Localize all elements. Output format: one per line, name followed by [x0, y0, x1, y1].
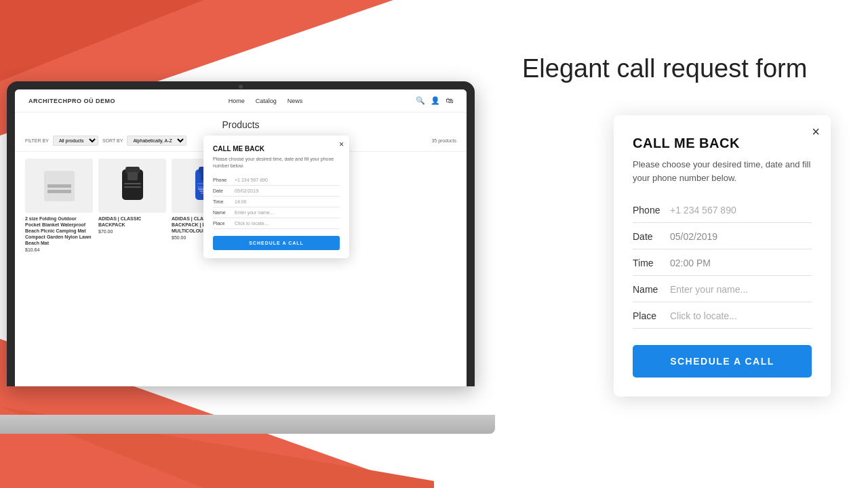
filter-select[interactable]: All products — [53, 136, 98, 146]
product-count: 35 products — [431, 138, 456, 143]
name-label: Name — [633, 284, 670, 295]
small-name-label: Name — [213, 210, 235, 215]
place-input[interactable] — [670, 310, 812, 321]
svg-rect-9 — [124, 183, 141, 184]
nav-home[interactable]: Home — [229, 98, 245, 104]
small-date-label: Date — [213, 188, 235, 193]
small-name-placeholder[interactable]: Enter your name... — [235, 210, 274, 215]
search-icon[interactable]: 🔍 — [416, 96, 425, 105]
laptop-camera — [239, 85, 243, 89]
filter-left: FILTER BY All products SORT BY Alphabeti… — [25, 136, 186, 146]
product-img-2 — [98, 159, 166, 213]
small-modal-close-button[interactable]: × — [339, 140, 344, 149]
filter-by-label: FILTER BY — [25, 138, 49, 143]
svg-rect-10 — [124, 186, 141, 188]
nav-catalog[interactable]: Catalog — [256, 98, 277, 104]
store-nav-icons: 🔍 👤 🛍 — [416, 96, 453, 105]
name-row: Name — [633, 277, 812, 302]
nav-news[interactable]: News — [288, 98, 303, 104]
small-modal-subtitle: Please choose your desired time, date an… — [213, 156, 340, 169]
time-label: Time — [633, 258, 670, 268]
time-input[interactable] — [670, 258, 812, 268]
store-logo: ARCHITECHPRO OÜ DEMO — [28, 98, 115, 104]
store-nav-links: Home Catalog News — [229, 98, 303, 104]
user-icon[interactable]: 👤 — [431, 96, 440, 105]
date-input[interactable] — [670, 231, 812, 242]
svg-marker-3 — [0, 0, 203, 81]
name-input[interactable] — [670, 284, 812, 295]
small-time-value[interactable]: 14:00 — [235, 199, 247, 204]
phone-row: Phone — [633, 198, 812, 223]
modal-title: CALL ME BACK — [633, 136, 812, 151]
small-schedule-call-button[interactable]: SCHEDULE A CALL — [213, 236, 340, 250]
product-card-2: ADIDAS | CLASSIC BACKPACK $70.00 — [98, 159, 166, 252]
product-img-1 — [25, 159, 93, 213]
small-date-row: Date 05/02/2019 — [213, 186, 340, 197]
time-row: Time — [633, 251, 812, 276]
place-row: Place — [633, 304, 812, 329]
date-label: Date — [633, 231, 670, 242]
schedule-call-button[interactable]: SCHEDULE A CALL — [633, 345, 812, 378]
small-place-placeholder[interactable]: Click to locate... — [235, 221, 268, 226]
small-place-label: Place — [213, 221, 235, 226]
small-date-value[interactable]: 05/02/2019 — [235, 188, 258, 193]
svg-rect-6 — [47, 190, 71, 193]
small-time-label: Time — [213, 199, 235, 204]
small-call-me-back-modal: × CALL ME BACK Please choose your desire… — [203, 136, 349, 258]
small-modal-title: CALL ME BACK — [213, 145, 340, 152]
date-row: Date — [633, 224, 812, 249]
product-name-1: 2 size Folding Outdoor Pocket Blanket Wa… — [25, 216, 93, 246]
sort-by-label: SORT BY — [102, 138, 123, 143]
page-title: Elegant call request form — [522, 54, 848, 83]
product-name-2: ADIDAS | CLASSIC BACKPACK — [98, 216, 166, 228]
small-name-row: Name Enter your name... — [213, 207, 340, 218]
small-phone-value[interactable]: +1 234 567 890 — [235, 178, 268, 182]
product-price-1: $10.64 — [25, 247, 93, 252]
product-price-2: $70.00 — [98, 229, 166, 234]
small-phone-label: Phone — [213, 178, 235, 182]
small-place-row: Place Click to locate... — [213, 218, 340, 229]
modal-close-button[interactable]: × — [812, 125, 820, 138]
svg-rect-5 — [47, 184, 71, 188]
place-label: Place — [633, 310, 670, 321]
phone-label: Phone — [633, 205, 670, 216]
small-phone-row: Phone +1 234 567 890 — [213, 175, 340, 186]
cart-icon[interactable]: 🛍 — [446, 96, 453, 105]
store-navbar: ARCHITECHPRO OÜ DEMO Home Catalog News 🔍… — [15, 89, 467, 113]
sort-select[interactable]: Alphabetically, A-Z — [127, 136, 186, 146]
svg-rect-11 — [127, 172, 138, 180]
modal-subtitle: Please choose your desired time, date an… — [633, 158, 812, 184]
call-me-back-modal: × CALL ME BACK Please choose your desire… — [614, 115, 831, 396]
small-time-row: Time 14:00 — [213, 197, 340, 207]
product-card-1: 2 size Folding Outdoor Pocket Blanket Wa… — [25, 159, 93, 252]
laptop-base — [0, 415, 495, 434]
products-title: Products — [15, 113, 467, 136]
phone-input[interactable] — [670, 205, 812, 216]
